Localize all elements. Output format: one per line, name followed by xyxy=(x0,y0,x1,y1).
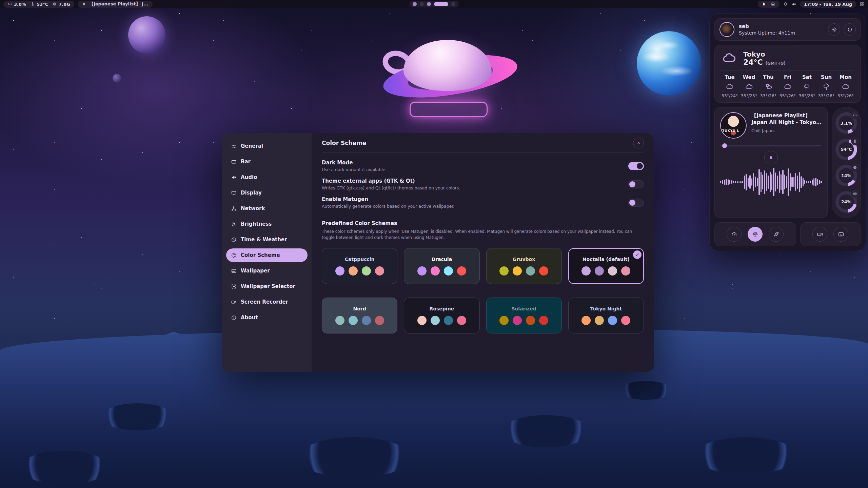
section-description: These color schemes only apply when 'Use… xyxy=(322,228,634,241)
sidebar-item-bar[interactable]: Bar xyxy=(226,155,308,168)
apps-grid-icon[interactable] xyxy=(860,2,865,7)
sidebar-item-brightness[interactable]: Brightness xyxy=(226,217,308,231)
dark-mode-toggle[interactable] xyxy=(628,162,644,170)
viz-bar xyxy=(779,171,780,193)
color-swatch xyxy=(417,266,427,276)
sidebar-item-display[interactable]: Display xyxy=(226,186,308,200)
viz-bar xyxy=(733,181,734,183)
scheme-name: Gruvbox xyxy=(513,257,535,262)
color-swatch xyxy=(457,266,466,276)
tray-app-icon[interactable] xyxy=(762,2,767,6)
audio-visualizer xyxy=(720,168,822,196)
color-swatch xyxy=(375,266,384,276)
viz-bar xyxy=(748,178,749,187)
viz-bar xyxy=(720,181,721,183)
color-swatch xyxy=(608,266,617,276)
forecast-day: Mon33°/26° xyxy=(837,74,854,98)
forecast-day: Tue33°/24° xyxy=(721,74,738,98)
forecast-day-name: Fri xyxy=(784,74,791,80)
network-icon xyxy=(231,206,237,211)
workspace-indicator[interactable] xyxy=(409,1,459,7)
power-icon xyxy=(847,27,853,33)
screen-recorder-button[interactable] xyxy=(812,227,827,242)
small-planet xyxy=(113,74,121,83)
clock-icon xyxy=(231,237,237,243)
scheme-card-noctalia[interactable]: Noctalia (default) xyxy=(568,248,644,284)
wallpaper-button[interactable] xyxy=(833,227,848,242)
sidebar-item-about[interactable]: About xyxy=(226,311,308,324)
stat-value: 53°C xyxy=(37,2,48,7)
viz-bar xyxy=(771,174,772,190)
enable-matugen-toggle[interactable] xyxy=(628,199,644,207)
sidebar-item-label: Time & Weather xyxy=(241,237,287,243)
viz-bar xyxy=(819,180,820,184)
theme-external-apps-toggle[interactable] xyxy=(628,180,644,188)
sidebar-item-general[interactable]: General xyxy=(226,139,308,153)
crater xyxy=(620,381,671,400)
wallpaper-icon[interactable] xyxy=(771,2,775,6)
sidebar-item-screen-recorder[interactable]: Screen Recorder xyxy=(226,295,308,309)
neon-tray xyxy=(410,102,488,117)
toggle-knob xyxy=(637,163,643,169)
color-swatch xyxy=(431,266,440,276)
forecast-day-name: Sat xyxy=(802,74,812,80)
sidebar-item-time-weather[interactable]: Time & Weather xyxy=(226,233,308,246)
system-tray-pill[interactable] xyxy=(758,1,780,8)
viz-bar xyxy=(770,172,771,192)
performance-button[interactable] xyxy=(727,227,742,242)
sidebar-item-wallpaper-selector[interactable]: Wallpaper Selector xyxy=(226,280,308,293)
sidebar-item-audio[interactable]: Audio xyxy=(226,170,308,184)
scheme-card-dracula[interactable]: Dracula xyxy=(404,248,479,284)
forecast-day-name: Mon xyxy=(840,74,852,80)
video-icon xyxy=(817,231,823,238)
viz-bar xyxy=(812,180,813,185)
system-stats-pill[interactable]: 3.8%53°C7.8G xyxy=(3,1,74,8)
progress-handle[interactable] xyxy=(722,143,727,148)
clock-label: 17:09 - Tue, 19 Aug xyxy=(804,2,852,7)
gauge-gauge: 3.1% xyxy=(835,112,857,134)
forecast-temps: 36°/26° xyxy=(799,93,815,98)
forecast-day: Wed35°/25° xyxy=(740,74,758,98)
close-button[interactable] xyxy=(633,138,644,148)
balanced-button[interactable] xyxy=(748,227,763,242)
scheme-name: Nord xyxy=(353,306,366,311)
forecast-temps: 33°/26° xyxy=(837,93,854,98)
scheme-card-rosepine[interactable]: Rosepine xyxy=(404,298,479,333)
viz-bar xyxy=(788,168,789,196)
scheme-card-gruvbox[interactable]: Gruvbox xyxy=(486,248,562,284)
forecast-day: Thu33°/26° xyxy=(760,74,777,98)
divider xyxy=(721,70,854,71)
power-saver-button[interactable] xyxy=(769,227,784,242)
clock-pill[interactable]: 17:09 - Tue, 19 Aug xyxy=(800,1,856,8)
workspace-2[interactable] xyxy=(420,2,424,6)
workspace-3[interactable] xyxy=(427,2,431,6)
media-progress-slider[interactable] xyxy=(720,143,822,148)
scheme-card-catppuccin[interactable]: Catppuccin xyxy=(322,248,397,284)
volume-icon[interactable] xyxy=(791,2,796,7)
sidebar-item-color-scheme[interactable]: Color Scheme xyxy=(226,248,308,262)
scheme-swatches xyxy=(335,266,384,276)
scheme-card-solarized[interactable]: Solarized xyxy=(486,298,562,333)
pause-icon xyxy=(82,2,86,6)
scheme-card-tokyo-night[interactable]: Tokyo Night xyxy=(568,298,644,333)
toggle-row-dark-mode: Dark ModeUse a dark variant if available… xyxy=(322,160,644,172)
topbar-media-pill[interactable]: 【Japanese Playlist】 J... xyxy=(78,1,153,8)
workspace-1[interactable] xyxy=(413,2,417,6)
workspace-5[interactable] xyxy=(451,2,455,6)
power-button[interactable] xyxy=(844,23,856,36)
scheme-card-nord[interactable]: Nord xyxy=(322,298,397,333)
scheme-swatches xyxy=(335,316,384,325)
scheme-swatches xyxy=(581,266,630,276)
scheme-name: Catppuccin xyxy=(345,257,375,262)
viz-bar xyxy=(751,178,752,186)
color-swatch xyxy=(539,316,548,325)
sidebar-item-wallpaper[interactable]: Wallpaper xyxy=(226,264,308,278)
viz-bar xyxy=(777,176,778,189)
settings-button[interactable] xyxy=(828,23,840,36)
weather-city: Tokyo xyxy=(743,50,786,58)
play-pause-button[interactable] xyxy=(764,151,778,164)
workspace-4-active[interactable] xyxy=(434,2,448,6)
sidebar-item-network[interactable]: Network xyxy=(226,202,308,215)
bell-icon[interactable] xyxy=(783,2,788,7)
control-panel: seb System Uptime: 4h11m Tokyo 24°C (GMT… xyxy=(710,14,866,251)
